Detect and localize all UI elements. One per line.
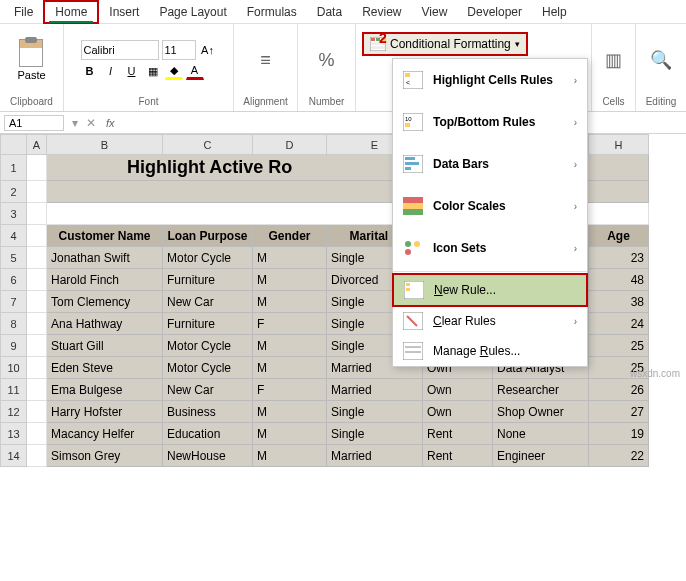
- cell[interactable]: Shop Owner: [493, 401, 589, 423]
- cells-icon[interactable]: ▥: [600, 46, 628, 74]
- cell[interactable]: 26: [589, 379, 649, 401]
- cell[interactable]: Married: [327, 379, 423, 401]
- cell[interactable]: Engineer: [493, 445, 589, 467]
- cell[interactable]: Education: [163, 423, 253, 445]
- cell[interactable]: M: [253, 335, 327, 357]
- row-7[interactable]: 7: [1, 291, 27, 313]
- menu-review[interactable]: Review: [352, 2, 411, 22]
- row-1[interactable]: 1: [1, 155, 27, 181]
- cell[interactable]: Motor Cycle: [163, 357, 253, 379]
- hdr-purpose[interactable]: Loan Purpose: [163, 225, 253, 247]
- dd-colorscales[interactable]: Color Scales ›: [393, 185, 587, 227]
- cell[interactable]: 24: [589, 313, 649, 335]
- cell[interactable]: Own: [423, 401, 493, 423]
- hdr-age[interactable]: Age: [589, 225, 649, 247]
- increase-font-button[interactable]: A↑: [199, 41, 217, 59]
- menu-data[interactable]: Data: [307, 2, 352, 22]
- bold-button[interactable]: B: [81, 62, 99, 80]
- cell[interactable]: 48: [589, 269, 649, 291]
- dd-topbottom[interactable]: 10 Top/Bottom Rules ›: [393, 101, 587, 143]
- col-H[interactable]: H: [589, 135, 649, 155]
- cell[interactable]: 38: [589, 291, 649, 313]
- cell[interactable]: Harold Finch: [47, 269, 163, 291]
- cell[interactable]: Stuart Gill: [47, 335, 163, 357]
- cell[interactable]: M: [253, 269, 327, 291]
- cell[interactable]: Jonathan Swift: [47, 247, 163, 269]
- cell[interactable]: M: [253, 423, 327, 445]
- menu-home[interactable]: Home: [43, 0, 99, 24]
- col-B[interactable]: B: [47, 135, 163, 155]
- cell[interactable]: Tom Clemency: [47, 291, 163, 313]
- menu-formulas[interactable]: Formulas: [237, 2, 307, 22]
- row-12[interactable]: 12: [1, 401, 27, 423]
- fx-icon[interactable]: fx: [100, 117, 121, 129]
- cell[interactable]: Single: [327, 423, 423, 445]
- cell[interactable]: Ema Bulgese: [47, 379, 163, 401]
- row-11[interactable]: 11: [1, 379, 27, 401]
- font-size-select[interactable]: [162, 40, 196, 60]
- font-color-button[interactable]: A: [186, 62, 204, 80]
- cell[interactable]: F: [253, 313, 327, 335]
- cell[interactable]: M: [253, 357, 327, 379]
- cell[interactable]: Furniture: [163, 313, 253, 335]
- menu-file[interactable]: File: [4, 2, 43, 22]
- cell[interactable]: New Car: [163, 291, 253, 313]
- cell[interactable]: M: [253, 401, 327, 423]
- fx-cancel-icon[interactable]: ✕: [82, 116, 100, 130]
- cell[interactable]: New Car: [163, 379, 253, 401]
- dd-new-rule[interactable]: New Rule...: [392, 273, 588, 307]
- menu-page-layout[interactable]: Page Layout: [149, 2, 236, 22]
- border-button[interactable]: ▦: [144, 62, 162, 80]
- menu-view[interactable]: View: [412, 2, 458, 22]
- cell[interactable]: 27: [589, 401, 649, 423]
- cell[interactable]: Rent: [423, 423, 493, 445]
- row-6[interactable]: 6: [1, 269, 27, 291]
- cell[interactable]: F: [253, 379, 327, 401]
- menu-insert[interactable]: Insert: [99, 2, 149, 22]
- dd-clear-rules[interactable]: Clear Rules ›: [393, 306, 587, 336]
- paste-button[interactable]: Paste: [17, 39, 45, 81]
- col-A[interactable]: A: [27, 135, 47, 155]
- font-name-select[interactable]: [81, 40, 159, 60]
- cell[interactable]: Motor Cycle: [163, 247, 253, 269]
- col-C[interactable]: C: [163, 135, 253, 155]
- row-3[interactable]: 3: [1, 203, 27, 225]
- cell[interactable]: Motor Cycle: [163, 335, 253, 357]
- cell[interactable]: Single: [327, 401, 423, 423]
- row-10[interactable]: 10: [1, 357, 27, 379]
- cell[interactable]: Eden Steve: [47, 357, 163, 379]
- row-5[interactable]: 5: [1, 247, 27, 269]
- cell[interactable]: 25: [589, 335, 649, 357]
- row-13[interactable]: 13: [1, 423, 27, 445]
- cell[interactable]: M: [253, 291, 327, 313]
- cell[interactable]: NewHouse: [163, 445, 253, 467]
- col-D[interactable]: D: [253, 135, 327, 155]
- cell[interactable]: Macancy Helfer: [47, 423, 163, 445]
- cell[interactable]: 22: [589, 445, 649, 467]
- cell[interactable]: Simson Grey: [47, 445, 163, 467]
- cell[interactable]: Own: [423, 379, 493, 401]
- underline-button[interactable]: U: [123, 62, 141, 80]
- editing-icon[interactable]: 🔍: [647, 46, 675, 74]
- cell[interactable]: Rent: [423, 445, 493, 467]
- dd-highlight-cells[interactable]: < Highlight Cells Rules ›: [393, 59, 587, 101]
- hdr-name[interactable]: Customer Name: [47, 225, 163, 247]
- fill-color-button[interactable]: ◆: [165, 62, 183, 80]
- alignment-icon[interactable]: ≡: [252, 46, 280, 74]
- dd-manage-rules[interactable]: Manage Rules...: [393, 336, 587, 366]
- percent-icon[interactable]: %: [313, 46, 341, 74]
- cell[interactable]: Business: [163, 401, 253, 423]
- cell[interactable]: 23: [589, 247, 649, 269]
- dd-databars[interactable]: Data Bars ›: [393, 143, 587, 185]
- cell[interactable]: None: [493, 423, 589, 445]
- fx-dropdown-icon[interactable]: ▾: [68, 116, 82, 130]
- cell[interactable]: Harry Hofster: [47, 401, 163, 423]
- hdr-gender[interactable]: Gender: [253, 225, 327, 247]
- cell[interactable]: 19: [589, 423, 649, 445]
- row-9[interactable]: 9: [1, 335, 27, 357]
- cell[interactable]: Married: [327, 445, 423, 467]
- name-box[interactable]: [4, 115, 64, 131]
- row-14[interactable]: 14: [1, 445, 27, 467]
- cell[interactable]: Researcher: [493, 379, 589, 401]
- row-4[interactable]: 4: [1, 225, 27, 247]
